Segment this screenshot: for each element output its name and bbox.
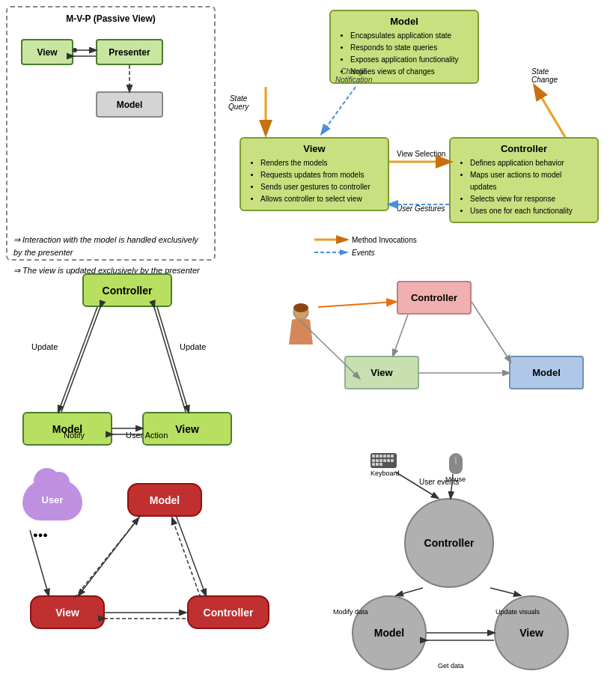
method-invocations-label: Method Invocations: [352, 236, 417, 244]
mvc-top-view-box: View Renders the models Requests updates…: [240, 137, 389, 211]
mvp-presenter-box: Presenter: [96, 39, 163, 65]
svg-line-13: [157, 307, 189, 412]
tri-useraction-label: User Action: [126, 431, 168, 440]
mvp-diagram: View Presenter Model: [13, 31, 208, 129]
mvc-simple-diagram: Controller View Model: [277, 273, 599, 423]
svg-line-24: [30, 530, 49, 595]
keyboard-label: Keyboard: [370, 470, 400, 477]
bl-controller-box: Controller: [187, 595, 269, 629]
mvp-notes: ⇒ Interaction with the model is handled …: [13, 234, 208, 277]
state-change-label: StateChange: [531, 67, 558, 84]
method-invocation-arrow-icon: [314, 234, 352, 245]
person-icon-area: [284, 303, 318, 353]
user-gestures-label: User Gestures: [397, 204, 445, 213]
svg-line-34: [490, 588, 520, 595]
svg-line-19: [318, 302, 395, 307]
mvc-simple-model-box: Model: [509, 356, 584, 389]
modify-data-label: Modify data: [333, 608, 368, 616]
svg-line-28: [172, 518, 201, 598]
svg-line-25: [79, 515, 141, 595]
update-visuals-label: Update visuals: [495, 608, 540, 616]
svg-line-26: [176, 515, 206, 595]
cloud-dots: ●●●: [33, 530, 48, 539]
view-selection-label: View Selection: [397, 150, 445, 158]
mvp-model-box: Model: [96, 91, 163, 118]
svg-line-8: [535, 87, 565, 137]
user-cloud: User: [22, 479, 82, 520]
svg-line-29: [75, 518, 138, 598]
svg-point-18: [293, 303, 308, 312]
svg-line-11: [58, 307, 97, 412]
tri-view-box: View: [142, 412, 232, 446]
mvc-controller-title: Controller: [458, 143, 590, 154]
tri-update-right-label: Update: [180, 342, 206, 351]
tri-notify-label: Notify: [64, 431, 85, 440]
keyboard-icon-area: Keyboard: [370, 453, 400, 477]
legend: Method Invocations Events: [314, 234, 417, 260]
mvc-top-controller-box: Controller Defines application behavior …: [449, 137, 599, 223]
mvp-diagram-container: M-V-P (Passive View) View Presenter Mode…: [6, 6, 216, 261]
user-events-label: User events: [419, 478, 459, 486]
tri-controller-box: Controller: [82, 273, 172, 307]
mvp-note1: ⇒ Interaction with the model is handled …: [13, 234, 208, 258]
person-icon: [284, 303, 318, 352]
bottom-right-diagram: Keyboard Mouse User events Controller Mo…: [329, 449, 606, 667]
user-cloud-area: User ●●●: [22, 479, 82, 528]
mvc-simple-controller-box: Controller: [397, 281, 472, 315]
mvp-view-box: View: [21, 39, 73, 65]
mvc-top-diagram: Model Encapsulates application state Res…: [225, 6, 606, 261]
events-label: Events: [352, 249, 375, 257]
get-data-label: Get data: [438, 662, 464, 670]
mvc-triangle-diagram: Controller Model View Update Update Noti…: [22, 273, 232, 468]
mvc-model-title: Model: [338, 16, 470, 27]
bottom-left-diagram: User ●●● Model View Controller: [15, 472, 284, 667]
legend-events: Events: [314, 247, 417, 258]
change-notification-label: ChangeNotification: [335, 67, 372, 84]
svg-line-7: [322, 87, 356, 133]
events-arrow-icon: [314, 247, 352, 258]
tri-model-box: Model: [22, 412, 112, 446]
bl-model-box: Model: [127, 483, 202, 517]
mvc-view-list: Renders the models Requests updates from…: [248, 157, 380, 205]
br-controller-circle: Controller: [404, 498, 494, 588]
svg-line-33: [397, 588, 423, 595]
svg-line-21: [472, 302, 510, 362]
br-model-circle: Model: [352, 595, 427, 670]
tri-update-left-label: Update: [31, 342, 58, 351]
legend-method-invocations: Method Invocations: [314, 234, 417, 245]
mvc-view-title: View: [248, 143, 380, 154]
bl-view-box: View: [30, 595, 105, 629]
keyboard-icon: [370, 453, 397, 468]
mvc-simple-view-box: View: [344, 356, 419, 389]
mvc-controller-list: Defines application behavior Maps user a…: [458, 157, 590, 217]
svg-line-20: [393, 315, 408, 356]
svg-line-14: [154, 307, 186, 412]
state-query-label: StateQuery: [228, 94, 248, 111]
mouse-icon: [449, 453, 463, 474]
mvp-title: M-V-P (Passive View): [13, 13, 208, 24]
svg-line-12: [61, 307, 100, 412]
br-view-circle: View: [494, 595, 569, 670]
